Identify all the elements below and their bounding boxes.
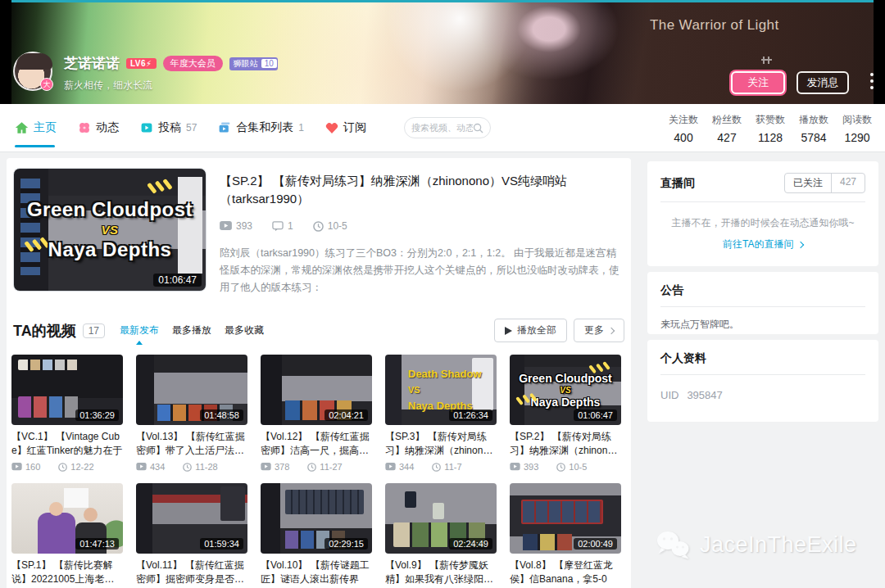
user-signature: 薪火相传，细水长流 [64,79,152,93]
cursor-artifact [761,57,773,65]
go-to-live-room-link[interactable]: 前往TA的直播间 [660,237,865,251]
play-count-icon [11,463,22,471]
banner-top-line [11,0,874,2]
video-title[interactable]: 【Vol.13】 【薪传红蓝掘密师】带了入土活尸法就一定是 [136,430,247,458]
video-title[interactable]: 【SP.2】 【薪传对局练习】纳雅深渊（zhinonono）VS纯 [510,430,621,458]
video-title[interactable]: 【Vol.11】 【薪传红蓝掘密师】掘密师变身是否也是假面 [136,559,247,586]
fan-medal-name: 狮眼站 [234,58,258,70]
clock-icon [313,221,324,232]
video-card[interactable]: 02:24:49 【Vol.9】 【薪传梦魇妖精】如果我有八张绿阳的话拿5-0 [385,483,497,586]
video-card[interactable]: 01:59:34 【Vol.11】 【薪传红蓝掘密师】掘密师变身是否也是假面 [136,483,247,586]
banner-caption: The Warrior of Light [650,17,779,34]
videos-count-badge: 17 [83,323,105,338]
video-title[interactable]: 【Vol.10】 【薪传谜题工匠】谜语人滚出薪传界 [261,559,372,586]
more-menu-icon[interactable] [870,73,874,93]
video-grid: 01:36:29 【VC.1】 【Vintage Cube】红蓝Tinker的魅… [11,355,621,586]
vip-avatar-badge: 大 [40,78,53,91]
live-followed-button[interactable]: 已关注 427 [784,173,865,193]
clock-icon [432,463,441,472]
main-content-card: Green Cloudpost VS Naya Depths 01:06:47 … [7,158,631,588]
video-thumbnail[interactable]: 02:00:49 [510,483,621,554]
sort-tab-newest[interactable]: 最新发布 [120,323,159,337]
annual-vip-badge: 年度大会员 [163,56,223,71]
featured-video: Green Cloudpost VS Naya Depths 01:06:47 … [13,168,624,296]
live-offline-message: 主播不在，开播的时候会在动态通知你哦~ [660,216,865,230]
stat-following[interactable]: 关注数 400 [669,113,698,144]
video-stats: 344 11-7 [385,462,497,472]
video-title[interactable]: 【VC.1】 【Vintage Cube】红蓝Tinker的魅力在于 [11,430,123,458]
comment-count: 1 [288,220,293,232]
uid-label: UID [660,389,678,401]
tab-uploads[interactable]: 投稿 57 [140,104,197,152]
stat-likes[interactable]: 获赞数 1128 [756,113,785,144]
announcement-body: 来玩点万智牌吧。 [660,318,865,332]
video-card[interactable]: 01:36:29 【VC.1】 【Vintage Cube】红蓝Tinker的魅… [11,355,123,472]
play-count: 434 [150,462,165,472]
video-title[interactable]: 【Vol.9】 【薪传梦魇妖精】如果我有八张绿阳的话拿5-0 [385,559,497,586]
stat-followers[interactable]: 粉丝数 427 [712,113,742,144]
level-badge: LV6⚡ [126,58,157,69]
videos-section-header: TA的视频 17 最新发布 最多播放 最多收藏 播放全部 更多 [13,319,624,342]
search-input[interactable]: 搜索视频、动态 [404,117,491,138]
featured-video-title[interactable]: 【SP.2】 【薪传对局练习】纳雅深渊（zhinonono）VS纯绿哨站（tar… [220,172,624,208]
video-card[interactable]: 02:29:15 【Vol.10】 【薪传谜题工匠】谜语人滚出薪传界 [261,483,372,586]
tab-dynamics[interactable]: 动态 [78,104,119,152]
video-thumbnail[interactable]: 02:29:15 [261,483,372,554]
video-stats: 378 11-27 [261,462,372,472]
video-thumbnail[interactable]: Green CloudpostVSNaya Depths 01:06:47 [510,355,621,425]
video-title[interactable]: 【SP.1】 【薪传比赛解说】20221005上海老圈赛两场解 [11,559,123,586]
video-duration: 02:29:15 [324,538,368,550]
thumbnail-overlay-text: Green Cloudpost VS Naya Depths [14,169,206,291]
video-thumbnail[interactable]: 01:59:34 [136,483,247,554]
video-thumbnail[interactable]: 01:47:13 [11,483,123,554]
follow-button[interactable]: 关注 [731,71,785,94]
video-thumbnail[interactable]: 02:24:49 [385,483,497,554]
play-count: 393 [236,220,252,232]
tab-home[interactable]: 主页 [15,104,57,152]
video-duration: 02:24:49 [449,538,492,550]
video-stats: 160 12-22 [11,462,123,472]
profile-info-title: 个人资料 [660,351,706,366]
video-card[interactable]: Green CloudpostVSNaya Depths 01:06:47 【S… [510,355,621,472]
send-message-button[interactable]: 发消息 [796,71,849,94]
video-card[interactable]: 02:04:21 【Vol.12】 【薪传红蓝掘密师】洁高一尺，掘高一丈 378… [261,355,372,472]
comment-icon [272,221,284,232]
upload-date: 11-28 [195,462,217,472]
featured-video-thumbnail[interactable]: Green Cloudpost VS Naya Depths 01:06:47 [13,168,206,292]
play-count-icon [510,463,520,471]
play-count-icon [385,463,396,471]
video-card[interactable]: 02:00:49 【Vol.8】 【摩登红蓝龙侯】信Banana，拿5-0 [510,483,621,586]
video-title[interactable]: 【SP.3】 【薪传对局练习】纳雅深渊（zhinonono）VS蓝 [385,430,497,458]
video-thumbnail[interactable]: 02:04:21 [261,355,372,425]
search-placeholder: 搜索视频、动态 [411,122,473,134]
avatar[interactable]: 大 [13,52,52,91]
video-card[interactable]: 01:47:13 【SP.1】 【薪传比赛解说】20221005上海老圈赛两场解 [11,483,123,586]
play-all-button[interactable]: 播放全部 [494,319,567,342]
upload-date: 10-5 [569,462,587,472]
live-room-card: 直播间 已关注 427 主播不在，开播的时候会在动态通知你哦~ 前往TA的直播间 [647,161,878,266]
video-thumbnail[interactable]: 01:36:29 [11,355,123,425]
video-duration: 02:00:49 [574,538,617,550]
more-button[interactable]: 更多 [574,319,624,342]
stat-reads[interactable]: 阅读数 1290 [842,113,872,144]
video-card[interactable]: 01:48:58 【Vol.13】 【薪传红蓝掘密师】带了入土活尸法就一定是 4… [136,355,247,472]
sort-tabs: 最新发布 最多播放 最多收藏 [120,323,264,337]
announcement-title: 公告 [660,283,683,298]
divider [660,201,865,202]
play-count-icon [220,221,232,231]
live-followed-count: 427 [832,174,865,192]
video-thumbnail[interactable]: 01:48:58 [136,355,247,425]
tab-collections[interactable]: 合集和列表 1 [218,104,304,152]
stat-plays[interactable]: 播放数 5784 [799,113,828,144]
video-card[interactable]: Death ShadowVSNaya Depths 01:26:34 【SP.3… [385,355,497,472]
collections-count: 1 [298,122,304,133]
sort-tab-most-played[interactable]: 最多播放 [172,323,211,337]
username[interactable]: 芝诺诺诺 [64,54,120,73]
tab-subscriptions[interactable]: 订阅 [325,104,366,152]
video-thumbnail[interactable]: Death ShadowVSNaya Depths 01:26:34 [385,355,497,425]
video-title[interactable]: 【Vol.8】 【摩登红蓝龙侯】信Banana，拿5-0 [510,559,621,586]
play-count-icon [261,463,271,471]
video-title[interactable]: 【Vol.12】 【薪传红蓝掘密师】洁高一尺，掘高一丈 [261,430,372,458]
sort-tab-most-favorited[interactable]: 最多收藏 [225,323,264,337]
chevron-right-icon [608,327,615,333]
